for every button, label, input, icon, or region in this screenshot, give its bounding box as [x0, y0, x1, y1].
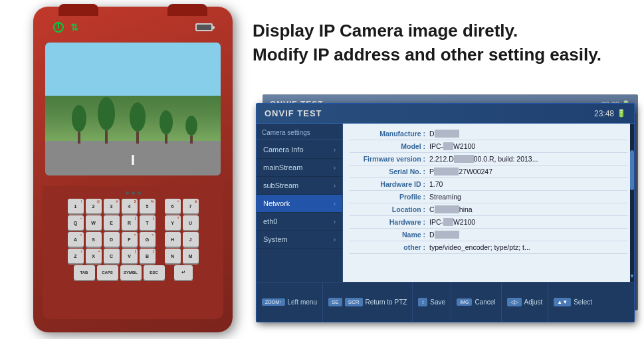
key-g[interactable]: >G — [140, 232, 156, 247]
device: ⇅ — [20, 7, 246, 332]
info-row-hardware: Hardware : IPC-██W2100 — [350, 216, 627, 229]
bottom-label-save: Save — [430, 298, 445, 306]
menu-item-camera-info[interactable]: Camera Info › — [257, 141, 342, 159]
info-label-hardware: Hardware : — [350, 218, 429, 226]
bottom-key-scr: SCR — [345, 298, 363, 306]
bottom-label-cancel: Cancel — [475, 298, 495, 306]
key-f[interactable]: <F — [122, 232, 138, 247]
tree-2 — [98, 97, 115, 144]
info-value-name: D█████ — [429, 231, 627, 239]
dot-3 — [138, 191, 141, 195]
device-body: ⇅ — [33, 7, 233, 332]
info-row-manufacture: Manufacture : D█████ — [350, 128, 627, 140]
key-b[interactable]: ]B — [140, 249, 156, 263]
key-v[interactable]: [V — [122, 249, 138, 263]
bottom-key-zoom: ZOOM↑ — [262, 298, 285, 306]
key-d[interactable]: D — [104, 232, 120, 247]
battery-icon — [195, 23, 213, 31]
key-enter[interactable]: ↵ — [174, 265, 193, 280]
key-q[interactable]: ~Q — [68, 215, 84, 230]
info-label-hwid: Hardware ID : — [350, 180, 429, 188]
key-1[interactable]: !1 — [68, 199, 84, 213]
key-a[interactable]: +A — [68, 232, 84, 247]
key-row-3: +A S D <F >G H J — [47, 232, 219, 247]
bottom-label-ptz: Return to PTZ — [366, 298, 407, 306]
key-r[interactable]: [R — [122, 215, 138, 230]
key-s[interactable]: S — [86, 232, 102, 247]
key-c[interactable]: C — [104, 249, 120, 263]
power-icon — [53, 22, 64, 33]
info-panel: Manufacture : D█████ Model : IPC-██W2100… — [343, 124, 634, 302]
info-value-location: C█████hina — [429, 205, 627, 213]
menu-arrow-eth0: › — [334, 218, 336, 225]
arrows-icon: ⇅ — [70, 22, 78, 33]
key-5[interactable]: %5 — [140, 199, 156, 213]
info-label-serial: Serial No. : — [350, 168, 429, 175]
key-w[interactable]: W — [86, 215, 102, 230]
info-row-other: other : type/video_encoder; type/ptz; t.… — [350, 241, 627, 254]
bottom-bar: ZOOM↑ Left menu SE SCR Return to PTZ ↕ S… — [257, 282, 634, 322]
bottom-key-se: SE — [328, 298, 342, 306]
menu-label-system: System — [263, 235, 288, 243]
menu-item-eth0[interactable]: eth0 › — [257, 213, 342, 231]
panel-content: Camera settings Camera Info › mainStream… — [257, 124, 634, 302]
info-row-serial: Serial No. : P█████27W00247 — [350, 166, 627, 178]
bottom-key-adjust: ◁▷ — [507, 298, 522, 306]
key-x[interactable]: =X — [86, 249, 102, 263]
bottom-section-2: SE SCR Return to PTZ — [323, 282, 413, 322]
info-value-other: type/video_encoder; type/ptz; t... — [429, 243, 627, 251]
headline-line2: Modify IP address and other setting easi… — [253, 43, 631, 66]
info-value-serial: P█████27W00247 — [429, 168, 627, 175]
tree-1 — [72, 105, 86, 144]
bottom-section-3: ↕ Save — [413, 282, 451, 322]
info-value-manufacture: D█████ — [429, 130, 627, 138]
key-4[interactable]: $4 — [122, 199, 138, 213]
key-tab[interactable]: TAB — [74, 265, 95, 280]
menu-item-network[interactable]: Network › — [257, 195, 342, 213]
menu-arrow-network: › — [334, 200, 336, 207]
panel-time: 23:48 — [594, 109, 614, 118]
bottom-section-5: ◁▷ Adjust — [502, 282, 549, 322]
menu-item-substream[interactable]: subStream › — [257, 177, 342, 195]
key-u[interactable]: U — [183, 215, 199, 230]
key-e[interactable]: E — [104, 215, 120, 230]
info-label-model: Model : — [350, 142, 429, 150]
info-value-model: IPC-██W2100 — [429, 142, 627, 150]
key-row-1: !1 @2 #3 $4 %5 ^6 &7 — [47, 199, 219, 213]
key-z[interactable]: /Z — [68, 249, 84, 263]
panel-title-bar: ONVIF TEST 23:48 🔋 — [257, 104, 634, 124]
key-j[interactable]: J — [183, 232, 199, 247]
key-m[interactable]: M — [183, 249, 199, 263]
key-2[interactable]: @2 — [86, 199, 102, 213]
headline: Display IP Camera image diretly. Modify … — [253, 19, 631, 67]
key-esc[interactable]: ESC — [144, 265, 165, 280]
key-y[interactable]: ?Y — [165, 215, 181, 230]
menu-item-mainstream[interactable]: mainStream › — [257, 159, 342, 177]
key-symbl[interactable]: SYMBL — [120, 265, 142, 280]
info-value-hardware: IPC-██W2100 — [429, 218, 627, 226]
menu-label-network: Network — [263, 199, 290, 207]
key-row-2: ~Q W E [R ]T ?Y U — [47, 215, 219, 230]
key-t[interactable]: ]T — [140, 215, 156, 230]
status-icons: ⇅ — [53, 22, 78, 33]
info-value-hwid: 1.70 — [429, 180, 627, 188]
screen-image — [45, 43, 221, 175]
scroll-down-arrow: ▼ — [629, 273, 635, 279]
left-menu: Camera settings Camera Info › mainStream… — [257, 124, 343, 302]
key-3[interactable]: #3 — [104, 199, 120, 213]
panel-title: ONVIF TEST — [265, 108, 322, 118]
info-label-location: Location : — [350, 205, 429, 213]
menu-label-camera-info: Camera Info — [263, 146, 304, 154]
key-7[interactable]: &7 — [183, 199, 199, 213]
key-6[interactable]: ^6 — [165, 199, 181, 213]
key-row-4: /Z =X C [V ]B N M — [47, 249, 219, 263]
tree-4 — [160, 110, 173, 144]
info-label-other: other : — [350, 243, 429, 251]
key-h[interactable]: H — [165, 232, 181, 247]
key-n[interactable]: N — [165, 249, 181, 263]
tree-3 — [130, 102, 146, 144]
menu-item-system[interactable]: System › — [257, 231, 342, 249]
dots-row — [47, 191, 219, 195]
info-row-firmware: Firmware version : 2.212.D████00.0.R, bu… — [350, 153, 627, 166]
key-caps[interactable]: CAPS — [97, 265, 118, 280]
